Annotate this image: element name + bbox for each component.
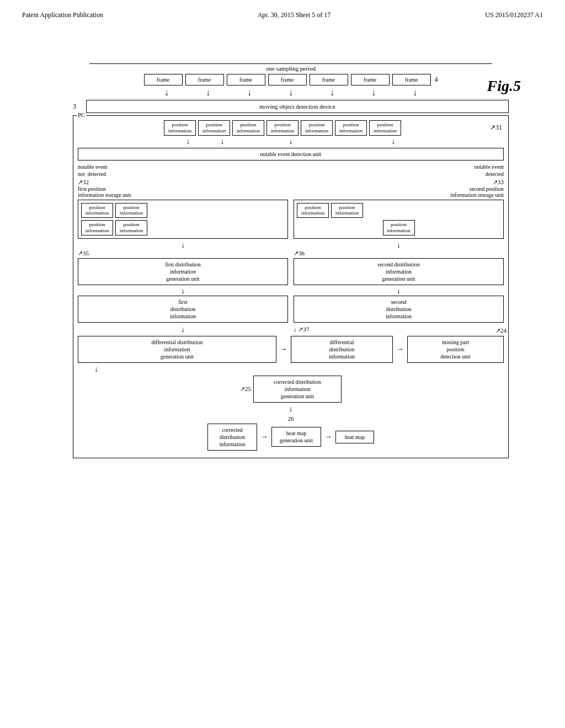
arr-left-to-diff: ↓: [78, 325, 288, 334]
first-pos-2: positioninformation: [115, 203, 147, 218]
arrow-down-7: ↓: [396, 88, 434, 98]
frame-2: frame: [185, 74, 224, 85]
frame-5: frame: [310, 74, 348, 85]
second-pos-2: positioninformation: [331, 203, 363, 218]
page-header: Patent Application Publication Apr. 30, …: [22, 11, 543, 19]
arrow-down-4: ↓: [271, 88, 310, 98]
moving-object-box: moving object detection device: [86, 100, 509, 113]
page: Patent Application Publication Apr. 30, …: [0, 0, 565, 728]
arr-ne-4: ↓: [275, 137, 307, 146]
arrow-down-1: ↓: [147, 88, 186, 98]
ref24: ↗24: [495, 327, 507, 334]
notable-event-unit: notable event detection unit: [78, 148, 504, 160]
arr-ne-7: ↓: [377, 137, 409, 146]
pos-info-6: positioninformation: [335, 120, 367, 136]
arrow-down-5: ↓: [313, 88, 351, 98]
notable-event-not-detected: notable eventnot detected: [78, 163, 288, 178]
arr-corrected-right: →: [260, 432, 268, 441]
missing-part-unit: missing partpositiondetection unit: [407, 336, 504, 363]
frame-3: frame: [227, 74, 265, 85]
arr-diff-info-right: →: [396, 345, 404, 354]
ref4: 4: [435, 76, 438, 84]
pos-info-5: positioninformation: [301, 120, 333, 136]
arr-heatmap-right: →: [324, 432, 332, 441]
arr-to-corrected: ↓: [94, 365, 98, 374]
first-pos-storage-label: first positioninformation storage unit: [78, 186, 288, 198]
arr-ne-2: ↓: [206, 137, 238, 146]
second-pos-1: positioninformation: [297, 203, 329, 218]
ref26-row: 26: [78, 415, 504, 422]
arr-second-down: ↓: [294, 241, 504, 250]
second-pos-3: positioninformation: [383, 220, 415, 235]
heat-map: heat map: [335, 431, 374, 443]
arr-ne-1: ↓: [172, 137, 204, 146]
frame-7: frame: [392, 74, 431, 85]
second-dist-info: seconddistributioninformation: [294, 296, 504, 323]
diff-dist-info: differentialdistributioninformation: [291, 336, 393, 363]
ref36: ↗36: [294, 250, 305, 257]
first-pos-3: positioninformation: [81, 220, 113, 235]
second-pos-storage-label: second positioninformation storage unit: [294, 186, 504, 198]
first-dist-info: firstdistributioninformation: [78, 296, 288, 323]
arr-corrected-down: ↓: [78, 405, 504, 414]
header-middle: Apr. 30, 2015 Sheet 5 of 17: [258, 11, 331, 19]
ref31: ↗31: [490, 124, 504, 132]
corrected-dist-gen: corrected distributioninformationgenerat…: [253, 376, 342, 403]
arrow-down-2: ↓: [189, 88, 227, 98]
arrow-down-6: ↓: [354, 88, 393, 98]
ref3: 3: [73, 103, 84, 111]
arr-diff-right: →: [280, 345, 287, 354]
arr-first-down: ↓: [78, 241, 288, 250]
frame-6: frame: [351, 74, 390, 85]
pos-info-7: positioninformation: [369, 120, 401, 136]
arr-right-to-diff: ↓ ↗37: [294, 326, 504, 333]
frame-4: frame: [268, 74, 307, 85]
notable-event-detected: notable eventdetected: [294, 163, 504, 178]
pos-info-1: positioninformation: [164, 120, 196, 136]
pc-label: PC: [77, 111, 86, 118]
ref25: ↗25: [240, 386, 251, 393]
pos-info-2: positioninformation: [198, 120, 230, 136]
second-dist-gen: second distributioninformationgeneration…: [294, 258, 504, 285]
header-left: Patent Application Publication: [22, 11, 103, 19]
pos-info-3: positioninformation: [232, 120, 264, 136]
ref33: ↗33: [493, 179, 504, 186]
first-pos-4: positioninformation: [115, 220, 147, 235]
ref35: ↗35: [78, 250, 89, 257]
frame-1: frame: [144, 74, 183, 85]
first-pos-1: positioninformation: [81, 203, 113, 218]
arrow-down-3: ↓: [230, 88, 269, 98]
header-right: US 2015/0120237 A1: [485, 11, 543, 19]
arr-second-dist-down: ↓: [294, 287, 504, 296]
heat-map-gen: heat mapgeneration unit: [271, 427, 321, 447]
ref26: 26: [288, 415, 294, 422]
corrected-dist-info: correcteddistributioninformation: [207, 424, 257, 451]
diff-dist-gen: differential distributioninformationgene…: [78, 336, 276, 363]
ref32: ↗32: [78, 179, 89, 186]
first-dist-gen: first distributioninformationgeneration …: [78, 258, 288, 285]
pos-info-4: positioninformation: [266, 120, 299, 136]
sampling-period-label: one sampling period: [266, 65, 316, 72]
arr-first-dist-down: ↓: [78, 287, 288, 296]
